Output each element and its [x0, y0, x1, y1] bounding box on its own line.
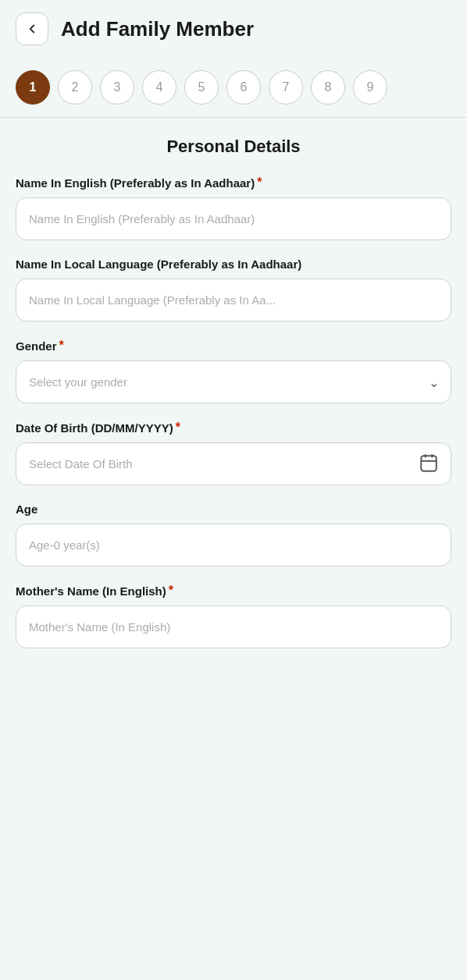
form-section: Personal Details Name In English (Prefer…: [0, 124, 467, 678]
step-9[interactable]: 9: [353, 70, 387, 105]
steps-container: 1 2 3 4 5 6 7 8 9: [0, 58, 467, 117]
name-english-group: Name In English (Preferably as In Aadhaa…: [16, 176, 451, 240]
name-local-input[interactable]: [16, 279, 451, 321]
step-4[interactable]: 4: [142, 70, 176, 105]
dob-group: Date Of Birth (DD/MM/YYYY) *: [16, 421, 451, 485]
divider: [0, 117, 467, 118]
dob-required: *: [176, 421, 180, 435]
dob-wrapper: [16, 442, 451, 485]
step-1[interactable]: 1: [16, 70, 50, 105]
dob-input[interactable]: [16, 442, 451, 485]
age-input[interactable]: [16, 524, 451, 566]
step-2[interactable]: 2: [58, 70, 92, 105]
step-7[interactable]: 7: [269, 70, 303, 105]
header: Add Family Member: [0, 0, 467, 58]
age-group: Age: [16, 502, 451, 566]
mothers-name-label: Mother's Name (In English) *: [16, 584, 451, 598]
name-local-group: Name In Local Language (Preferably as In…: [16, 257, 451, 321]
gender-select[interactable]: Select your gender Male Female Other: [16, 360, 451, 403]
gender-select-wrapper: Select your gender Male Female Other ⌄: [16, 360, 451, 403]
section-title: Personal Details: [16, 137, 451, 157]
step-6[interactable]: 6: [226, 70, 261, 105]
mothers-name-required: *: [169, 584, 173, 598]
mothers-name-input[interactable]: [16, 605, 451, 648]
back-button[interactable]: [16, 12, 48, 45]
name-english-input[interactable]: [16, 197, 451, 240]
name-english-required: *: [257, 176, 262, 190]
step-3[interactable]: 3: [100, 70, 134, 105]
page-title: Add Family Member: [61, 17, 254, 41]
step-8[interactable]: 8: [311, 70, 345, 105]
gender-required: *: [59, 339, 64, 353]
age-label: Age: [16, 502, 451, 516]
step-5[interactable]: 5: [184, 70, 219, 105]
gender-group: Gender * Select your gender Male Female …: [16, 339, 451, 403]
name-local-label: Name In Local Language (Preferably as In…: [16, 257, 451, 271]
dob-label: Date Of Birth (DD/MM/YYYY) *: [16, 421, 451, 435]
mothers-name-group: Mother's Name (In English) *: [16, 584, 451, 648]
name-english-label: Name In English (Preferably as In Aadhaa…: [16, 176, 451, 190]
gender-label: Gender *: [16, 339, 451, 353]
